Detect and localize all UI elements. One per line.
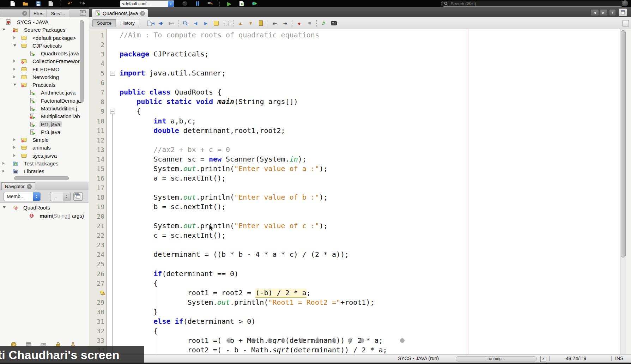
search-box[interactable]	[441, 1, 624, 7]
tab-services[interactable]: Servi...	[47, 9, 69, 17]
code-line-3[interactable]: package CJPracticals;	[120, 49, 209, 59]
fold-minus-icon[interactable]	[110, 109, 115, 114]
tree-item-cjpracticals[interactable]: CJPracticals	[0, 42, 89, 49]
cancel-process-button[interactable]: x	[540, 356, 546, 362]
split-editor-icon[interactable]	[623, 20, 629, 26]
forward-icon[interactable]: ▶▾	[168, 20, 175, 27]
save-all-icon[interactable]	[35, 0, 42, 7]
stop-macro-recording-icon[interactable]: ■	[306, 20, 313, 27]
navigator-item[interactable]: main(String[] args)	[0, 212, 89, 219]
back-icon[interactable]: ◀▾	[158, 20, 165, 27]
tree-item-sycs-java[interactable]: SYCS - JAVA	[0, 18, 89, 26]
code-line-10[interactable]: int a,b,c;	[120, 116, 196, 126]
close-icon[interactable]: ×	[22, 11, 27, 16]
code-line-1[interactable]: //Aim : To compute roots of quadratic eq…	[120, 30, 319, 40]
new-file-icon[interactable]	[9, 0, 16, 7]
search-input[interactable]	[450, 1, 620, 7]
pause-icon[interactable]	[194, 0, 201, 7]
code-editor[interactable]: 1234567891011121314151617181920212223242…	[89, 29, 631, 354]
previous-bookmark-icon[interactable]: ▲	[237, 20, 244, 27]
tree-item-source-packages[interactable]: Source Packages	[0, 26, 89, 34]
tree-horizontal-scrollbar[interactable]	[14, 176, 69, 180]
collapse-arrow-icon[interactable]	[3, 206, 6, 208]
tab-navigator[interactable]: Navigator ×	[1, 182, 35, 190]
history-view-button[interactable]: History	[116, 19, 139, 27]
redo-icon[interactable]: ↷	[79, 0, 86, 7]
build-project-icon[interactable]	[207, 0, 214, 7]
run-project-icon[interactable]: ▶	[226, 0, 233, 7]
tab-projects[interactable]: ×	[0, 9, 30, 17]
code-line-21[interactable]: System.out.println("Enter value of c :")…	[120, 221, 328, 231]
find-previous-occurrence-icon[interactable]: ◀	[192, 20, 199, 27]
find-next-occurrence-icon[interactable]: ▶	[202, 20, 210, 27]
code-line-8[interactable]: public static void main(String args[])	[120, 97, 298, 107]
tab-files[interactable]: Files	[30, 9, 47, 17]
code-line-27[interactable]: {	[120, 279, 158, 288]
minimize-panel-button[interactable]	[80, 10, 86, 16]
tree-item-pr1-java[interactable]: Pr1.java	[0, 120, 89, 128]
code-line-16[interactable]: a = sc.nextInt();	[120, 174, 226, 183]
secondary-filter-combo[interactable]: ... ▲▼	[50, 192, 71, 201]
config-combo[interactable]: <default conf... ▲▼	[120, 0, 174, 7]
code-line-30[interactable]: }	[120, 307, 158, 317]
tree-item-factorialdemo-ja[interactable]: FactorialDemo.ja	[0, 97, 89, 104]
code-line-14[interactable]: Scanner sc = new Scanner(System.in);	[120, 154, 307, 164]
navigator-item[interactable]: QuadRoots	[0, 204, 89, 211]
expand-arrow-icon[interactable]	[13, 75, 16, 78]
shift-line-right-icon[interactable]: ⇥	[282, 20, 289, 27]
tree-item-pr3-java[interactable]: Pr3.java	[0, 128, 89, 136]
editor-tab-quadroots[interactable]: QuadRoots.java ×	[92, 8, 148, 18]
keyboard-shortcuts-icon[interactable]	[330, 20, 338, 27]
debug-project-icon[interactable]	[238, 0, 245, 7]
code-line-18[interactable]: System.out.println("Enter value of b :")…	[120, 193, 328, 202]
toggle-bookmark-icon[interactable]	[257, 20, 265, 27]
tree-item-simple[interactable]: Simple	[0, 136, 89, 144]
tree-item-networking[interactable]: Networking	[0, 73, 89, 81]
tree-item-matrixaddition-j-[interactable]: MatrixAddition.j.	[0, 104, 89, 112]
profile-project-icon[interactable]	[251, 0, 258, 7]
expand-arrow-icon[interactable]	[13, 138, 16, 141]
start-macro-recording-icon[interactable]: ●	[296, 20, 303, 27]
tree-vertical-scrollbar[interactable]	[80, 20, 84, 103]
expand-arrow-icon[interactable]	[2, 162, 5, 165]
progress-bar[interactable]: running...	[456, 356, 537, 362]
last-edit-position-icon[interactable]: ◀	[147, 20, 154, 27]
scroll-tabs-right-button[interactable]: ▶	[599, 9, 608, 16]
code-line-5[interactable]: import java.util.Scanner;	[120, 68, 226, 78]
copy-page-icon[interactable]	[47, 0, 54, 7]
collapse-arrow-icon[interactable]	[13, 84, 16, 86]
tree-item-libraries[interactable]: Libraries	[0, 167, 89, 175]
rectangular-selection-icon[interactable]	[223, 20, 230, 27]
tree-item-animals[interactable]: animals	[0, 144, 89, 151]
tree-item--default-package-[interactable]: <default package>	[0, 34, 89, 42]
expand-arrow-icon[interactable]	[13, 36, 16, 39]
code-line-11[interactable]: double determinant,root1,root2;	[120, 126, 285, 135]
open-project-icon[interactable]	[22, 0, 29, 7]
code-line-9[interactable]: {	[120, 107, 141, 116]
comment-icon[interactable]: //	[320, 20, 327, 27]
code-line-29[interactable]: System.out.println("Root1 = Root2 ="+roo…	[120, 298, 374, 307]
find-icon[interactable]	[182, 20, 189, 27]
code-line-13[interactable]: //ax2 + bx + c = 0	[120, 145, 230, 154]
tree-item-multiplicationtab[interactable]: MultiplicationTab	[0, 112, 89, 120]
maximize-window-button[interactable]	[619, 8, 627, 16]
expand-arrow-icon[interactable]	[13, 60, 16, 62]
tree-item-quadroots-java[interactable]: QuadRoots.java	[0, 49, 89, 57]
expand-arrow-icon[interactable]	[13, 146, 16, 149]
next-bookmark-icon[interactable]: ▼	[247, 20, 254, 27]
expand-arrow-icon[interactable]	[13, 68, 16, 71]
collapse-arrow-icon[interactable]	[2, 29, 5, 31]
code-line-32[interactable]: {	[120, 326, 158, 336]
warning-bulb-icon[interactable]	[99, 288, 105, 298]
code-line-34[interactable]: root2 =( - b - Math.sqrt(determinant)) /…	[120, 345, 387, 354]
code-line-24[interactable]: determinant = ((b * b - 4 * a * c) / (2 …	[120, 250, 349, 259]
collapse-arrow-icon[interactable]	[13, 44, 16, 47]
code-line-7[interactable]: public class QuadRoots {	[120, 87, 222, 97]
expand-arrow-icon[interactable]	[2, 170, 5, 172]
scroll-tabs-left-button[interactable]: ◀	[590, 9, 599, 16]
code-line-15[interactable]: System.out.println("Enter value of a :")…	[120, 164, 328, 174]
clean-and-build-icon[interactable]	[181, 0, 188, 7]
code-line-31[interactable]: else if(determinant > 0)	[120, 317, 255, 326]
tree-item-test-packages[interactable]: Test Packages	[0, 159, 89, 167]
tab-list-dropdown-button[interactable]: ▼	[609, 9, 616, 16]
